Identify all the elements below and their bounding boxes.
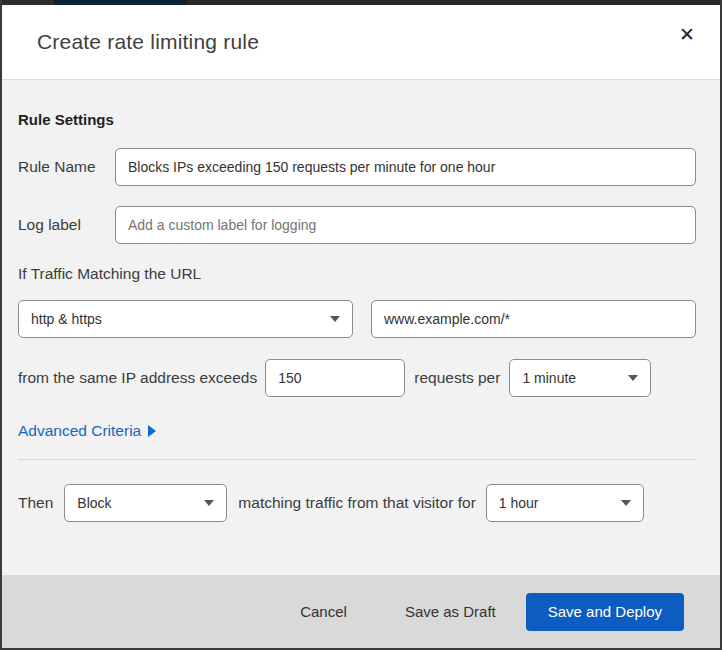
requests-per-text: requests per [414, 369, 500, 387]
duration-select[interactable]: 1 hour [486, 484, 644, 522]
period-select-value: 1 minute [522, 370, 576, 386]
rule-name-row: Rule Name [18, 148, 696, 186]
period-select[interactable]: 1 minute [509, 359, 651, 397]
chevron-right-icon [148, 425, 156, 437]
log-label-row: Log label [18, 206, 696, 244]
advanced-criteria-link[interactable]: Advanced Criteria [18, 422, 156, 440]
create-rate-limiting-rule-dialog: Create rate limiting rule ✕ Rule Setting… [0, 0, 722, 650]
chevron-down-icon [621, 500, 631, 506]
rule-name-input[interactable] [115, 148, 696, 186]
dialog-title: Create rate limiting rule [37, 30, 259, 54]
scheme-select-value: http & https [31, 311, 102, 327]
url-match-row: http & https [18, 300, 696, 338]
dialog-body: Rule Settings Rule Name Log label If Tra… [2, 80, 720, 575]
request-count-input[interactable] [265, 359, 405, 397]
dialog-footer: Cancel Save as Draft Save and Deploy [2, 575, 720, 648]
log-label-input[interactable] [115, 206, 696, 244]
log-label-label: Log label [18, 216, 115, 234]
scheme-select[interactable]: http & https [18, 300, 353, 338]
chevron-down-icon [330, 316, 340, 322]
traffic-matching-heading: If Traffic Matching the URL [18, 265, 696, 283]
chevron-down-icon [204, 500, 214, 506]
close-icon[interactable]: ✕ [672, 19, 702, 49]
section-divider [18, 459, 696, 460]
save-and-deploy-button[interactable]: Save and Deploy [526, 593, 684, 631]
duration-select-value: 1 hour [499, 495, 539, 511]
chevron-down-icon [628, 375, 638, 381]
action-select[interactable]: Block [64, 484, 227, 522]
url-pattern-input[interactable] [371, 300, 696, 338]
dialog-header: Create rate limiting rule ✕ [2, 5, 720, 80]
threshold-prefix-text: from the same IP address exceeds [18, 369, 257, 387]
cancel-button[interactable]: Cancel [290, 595, 357, 628]
save-as-draft-button[interactable]: Save as Draft [395, 595, 506, 628]
action-row: Then Block matching traffic from that vi… [18, 484, 696, 522]
rule-settings-heading: Rule Settings [18, 111, 696, 128]
threshold-row: from the same IP address exceeds request… [18, 359, 696, 397]
rule-name-label: Rule Name [18, 158, 115, 176]
then-label: Then [18, 494, 53, 512]
action-select-value: Block [77, 495, 111, 511]
advanced-criteria-label: Advanced Criteria [18, 422, 141, 440]
action-middle-text: matching traffic from that visitor for [238, 494, 475, 512]
